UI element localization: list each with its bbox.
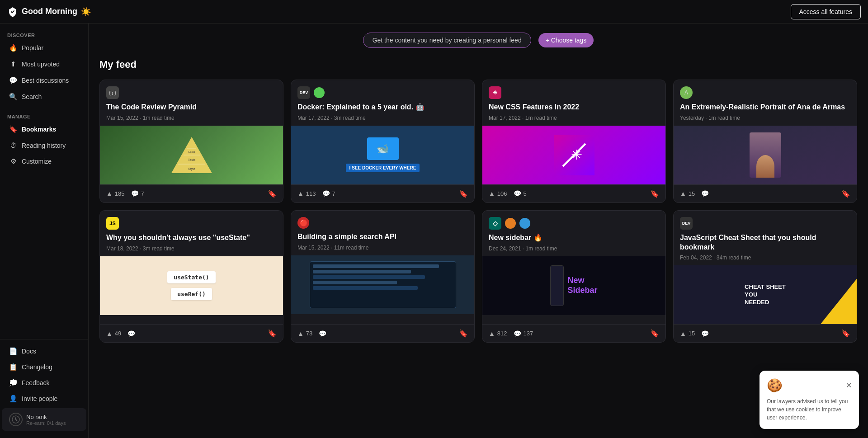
card-footer: ▲ 106 💬 5 🔖 [482, 184, 665, 203]
card-cheatsheet[interactable]: DEV JavaScript Cheat Sheet that you shou… [673, 210, 857, 343]
card-header: JS [100, 211, 283, 233]
comment-stat: 💬 7 [131, 190, 144, 197]
feedback-icon: 💭 [9, 379, 17, 387]
card-header: DEV [674, 211, 857, 233]
sidebar-item-changelog[interactable]: 📋 Changelog [2, 359, 86, 375]
upvote-stat: ▲ 73 [297, 330, 312, 337]
sidebar-item-feedback-label: Feedback [22, 379, 49, 386]
app-title: Good Morning [22, 7, 77, 16]
bookmark-button[interactable]: 🔖 [841, 329, 850, 338]
sidebar-item-customize[interactable]: ⚙ Customize [2, 154, 86, 169]
card-docker[interactable]: DEV Docker: Explained to a 5 year old. 🤖… [291, 80, 475, 203]
upvote-icon: ⬆ [9, 60, 17, 68]
card-image: Style Tests Logic [100, 126, 283, 184]
comment-icon: 💬 [322, 190, 330, 197]
sidebar-item-docs[interactable]: 📄 Docs [2, 344, 86, 359]
rank-sub-label: Re-earn: 0/1 days [26, 420, 66, 426]
rank-label: No rank [26, 414, 66, 420]
cookie-popup: 🍪 ✕ Our lawyers advised us to tell you t… [760, 371, 859, 429]
card-title: New CSS Features In 2022 [482, 103, 665, 115]
upvote-count: 113 [306, 190, 316, 197]
card-title: New sidebar 🔥 [482, 233, 665, 245]
sidebar-item-reading-history-label: Reading history [22, 142, 66, 149]
card-image: CHEAT SHEETYOUNEEDED [674, 265, 857, 324]
card-ana-de-armas[interactable]: A An Extremely-Realistic Portrait of Ana… [673, 80, 857, 203]
card-image: useState() useRef() [100, 256, 283, 315]
card-css-features[interactable]: ✳ New CSS Features In 2022 Mar 17, 2022 … [482, 80, 666, 203]
comment-count: 5 [524, 190, 527, 197]
comment-count: 7 [332, 190, 335, 197]
sidebar-item-reading-history[interactable]: ⏱ Reading history [2, 138, 86, 153]
cookie-header: 🍪 ✕ [767, 378, 852, 393]
card-new-sidebar[interactable]: ◇ New sidebar 🔥 Dec 24, 2021 · 1m read t… [482, 210, 666, 343]
sidebar-item-search[interactable]: 🔍 Search [2, 89, 86, 104]
feed-title: My feed [99, 59, 857, 71]
comment-count: 7 [141, 190, 144, 197]
comment-icon: 💬 [319, 330, 326, 337]
docs-icon: 📄 [9, 347, 17, 355]
card-footer: ▲ 15 💬 🔖 [674, 324, 857, 342]
sidebar-item-invite[interactable]: 👤 Invite people [2, 391, 86, 406]
comment-icon: 💬 [701, 190, 709, 197]
bookmark-button[interactable]: 🔖 [650, 329, 659, 338]
cards-grid: {;} The Code Review Pyramid Mar 15, 2022… [99, 80, 857, 343]
bookmark-button[interactable]: 🔖 [841, 189, 850, 198]
card-meta: Yesterday · 1m read time [674, 115, 857, 126]
sidebar-item-feedback[interactable]: 💭 Feedback [2, 375, 86, 391]
card-header: {;} [100, 80, 283, 103]
history-icon: ⏱ [9, 141, 17, 149]
main-content: Get the content you need by creating a p… [89, 24, 868, 438]
access-all-features-button[interactable]: Access all features [791, 4, 861, 19]
sidebar-item-customize-label: Customize [22, 158, 52, 165]
bookmark-button[interactable]: 🔖 [459, 189, 468, 198]
search-icon: 🔍 [9, 93, 17, 101]
comment-stat: 💬 [127, 330, 135, 337]
card-code-review[interactable]: {;} The Code Review Pyramid Mar 15, 2022… [99, 80, 283, 203]
sidebar-item-docs-label: Docs [22, 348, 36, 355]
card-meta: Mar 15, 2022 · 1m read time [100, 115, 283, 126]
topbar: Good Morning ☀️ Access all features [0, 0, 868, 24]
sidebar-item-popular[interactable]: 🔥 Popular [2, 40, 86, 56]
logo-icon [7, 6, 18, 17]
card-image [291, 255, 474, 314]
bookmark-button[interactable]: 🔖 [268, 329, 277, 338]
bookmark-button[interactable]: 🔖 [459, 329, 468, 338]
sidebar-item-most-upvoted[interactable]: ⬆ Most upvoted [2, 57, 86, 72]
card-usestate[interactable]: JS Why you shouldn't always use "useStat… [99, 210, 283, 343]
upvote-icon: ▲ [680, 190, 686, 197]
card-tag: 🔴 [297, 217, 309, 229]
card-tag: DEV [680, 217, 693, 230]
svg-text:Style: Style [188, 167, 195, 171]
avatar1 [505, 218, 516, 229]
sidebar: Discover 🔥 Popular ⬆ Most upvoted 💬 Best… [0, 24, 89, 438]
rank-widget[interactable]: No rank Re-earn: 0/1 days [2, 408, 86, 431]
changelog-icon: 📋 [9, 363, 17, 371]
upvote-stat: ▲ 185 [106, 190, 125, 197]
upvote-icon: ▲ [297, 330, 304, 337]
comment-icon: 💬 [131, 190, 139, 197]
sidebar-item-bookmarks[interactable]: 🔖 Bookmarks [2, 122, 86, 137]
card-tag: {;} [106, 86, 119, 99]
upvote-icon: ▲ [489, 330, 495, 337]
discussion-icon: 💬 [9, 76, 17, 85]
upvote-count: 49 [115, 330, 121, 337]
bookmark-button[interactable]: 🔖 [268, 189, 277, 198]
card-tag: ✳ [489, 86, 501, 99]
card-search-api[interactable]: 🔴 Building a simple search API Mar 15, 2… [291, 210, 475, 343]
svg-text:✳: ✳ [571, 147, 582, 162]
card-title: Building a simple search API [291, 232, 474, 245]
sidebar-item-changelog-label: Changelog [22, 363, 52, 371]
card-title: JavaScript Cheat Sheet that you should b… [674, 233, 857, 255]
choose-tags-button[interactable]: + Choose tags [538, 33, 594, 47]
sidebar-item-best-discussions[interactable]: 💬 Best discussions [2, 73, 86, 88]
cookie-close-button[interactable]: ✕ [846, 381, 852, 390]
upvote-count: 73 [306, 330, 312, 337]
avatar [314, 87, 325, 98]
gear-icon: ⚙ [9, 157, 17, 165]
card-tag: ◇ [489, 217, 501, 230]
upvote-count: 15 [689, 330, 695, 337]
card-footer: ▲ 73 💬 🔖 [291, 324, 474, 342]
card-title: The Code Review Pyramid [100, 103, 283, 115]
bookmark-button[interactable]: 🔖 [650, 189, 659, 198]
upvote-icon: ▲ [680, 330, 686, 337]
